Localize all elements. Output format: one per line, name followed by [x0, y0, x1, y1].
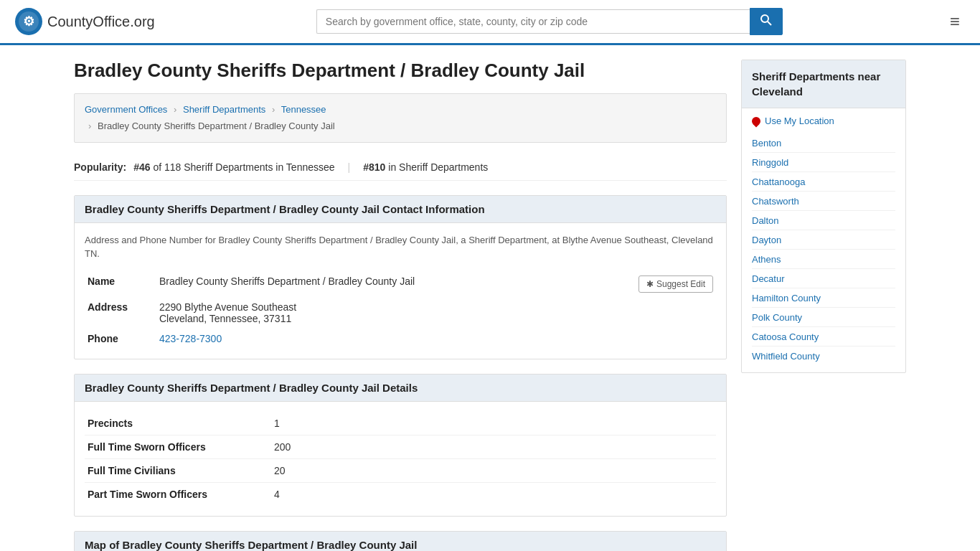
- map-section: Map of Bradley County Sheriffs Departmen…: [74, 531, 727, 551]
- nearby-link-dayton[interactable]: Dayton: [752, 235, 781, 245]
- name-row: Name Bradley County Sheriffs Department …: [85, 271, 716, 297]
- sidebar-heading: Sheriff Departments near Cleveland: [742, 60, 905, 108]
- nearby-link-hamilton-county[interactable]: Hamilton County: [752, 293, 821, 303]
- pop-rank-national: #810 in Sheriff Departments: [363, 161, 488, 173]
- breadcrumb-gov-offices[interactable]: Government Offices: [85, 104, 167, 115]
- name-label: Name: [85, 271, 156, 297]
- search-button[interactable]: [750, 8, 783, 35]
- breadcrumb-tennessee[interactable]: Tennessee: [281, 104, 326, 115]
- contact-table: Name Bradley County Sheriffs Department …: [85, 271, 716, 349]
- svg-text:⚙: ⚙: [23, 14, 34, 29]
- breadcrumb-sheriff-depts[interactable]: Sheriff Departments: [183, 104, 265, 115]
- phone-link[interactable]: 423-728-7300: [159, 333, 222, 344]
- contact-body: Address and Phone Number for Bradley Cou…: [75, 223, 726, 359]
- list-item: Dalton: [752, 211, 895, 230]
- nearby-link-whitfield-county[interactable]: Whitfield County: [752, 351, 820, 362]
- nearby-link-dalton[interactable]: Dalton: [752, 215, 779, 226]
- list-item: Hamilton County: [752, 288, 895, 308]
- address-label: Address: [85, 297, 156, 329]
- nearby-link-ringgold[interactable]: Ringgold: [752, 157, 788, 168]
- civilians-row: Full Time Civilians 20: [85, 458, 716, 482]
- pop-rank-local: #46 of 118 Sheriff Departments in Tennes…: [133, 161, 334, 173]
- suggest-edit-icon: ✱: [646, 279, 654, 289]
- nearby-link-polk-county[interactable]: Polk County: [752, 312, 802, 323]
- name-value-cell: Bradley County Sheriffs Department / Bra…: [156, 271, 716, 297]
- search-area: [316, 8, 783, 35]
- list-item: Athens: [752, 250, 895, 269]
- popularity-bar: Popularity: #46 of 118 Sheriff Departmen…: [74, 154, 727, 181]
- breadcrumb: Government Offices › Sheriff Departments…: [74, 93, 727, 143]
- nearby-link-athens[interactable]: Athens: [752, 254, 781, 265]
- logo-icon: ⚙: [14, 7, 43, 36]
- details-body: Precincts 1 Full Time Sworn Officers 200…: [75, 402, 726, 516]
- location-pin-icon: [750, 115, 763, 127]
- nearby-link-chatsworth[interactable]: Chatsworth: [752, 196, 799, 207]
- list-item: Decatur: [752, 269, 895, 288]
- search-icon: [760, 14, 772, 26]
- sidebar-box: Sheriff Departments near Cleveland Use M…: [741, 60, 906, 373]
- page-title: Bradley County Sheriffs Department / Bra…: [74, 60, 727, 82]
- main-container: Bradley County Sheriffs Department / Bra…: [60, 45, 920, 551]
- suggest-edit-button[interactable]: ✱ Suggest Edit: [639, 276, 713, 293]
- contact-desc: Address and Phone Number for Bradley Cou…: [85, 233, 716, 261]
- details-table: Precincts 1 Full Time Sworn Officers 200…: [85, 412, 716, 506]
- nearby-link-chattanooga[interactable]: Chattanooga: [752, 176, 805, 187]
- sworn-label: Full Time Sworn Officers: [85, 435, 271, 458]
- contact-section: Bradley County Sheriffs Department / Bra…: [74, 195, 727, 359]
- list-item: Benton: [752, 133, 895, 153]
- logo-text: CountyOffice.org: [47, 14, 155, 30]
- details-header: Bradley County Sheriffs Department / Bra…: [75, 375, 726, 402]
- phone-label: Phone: [85, 329, 156, 349]
- use-my-location[interactable]: Use My Location: [752, 116, 895, 126]
- list-item: Chatsworth: [752, 192, 895, 211]
- nearby-link-catoosa-county[interactable]: Catoosa County: [752, 331, 819, 342]
- details-section: Bradley County Sheriffs Department / Bra…: [74, 374, 727, 517]
- precincts-value: 1: [271, 412, 716, 435]
- list-item: Ringgold: [752, 153, 895, 172]
- part-time-row: Part Time Sworn Officers 4: [85, 482, 716, 506]
- civilians-value: 20: [271, 458, 716, 482]
- civilians-label: Full Time Civilians: [85, 458, 271, 482]
- name-value: Bradley County Sheriffs Department / Bra…: [159, 276, 639, 287]
- header-right: ≡: [944, 9, 966, 34]
- nearby-links-list: Benton Ringgold Chattanooga Chatsworth D…: [752, 133, 895, 365]
- sworn-value: 200: [271, 435, 716, 458]
- address-value: 2290 Blythe Avenue Southeast Cleveland, …: [156, 297, 716, 329]
- use-location-link[interactable]: Use My Location: [765, 116, 834, 126]
- address-row: Address 2290 Blythe Avenue Southeast Cle…: [85, 297, 716, 329]
- list-item: Whitfield County: [752, 347, 895, 365]
- menu-button[interactable]: ≡: [944, 9, 966, 34]
- breadcrumb-current: Bradley County Sheriffs Department / Bra…: [98, 121, 335, 131]
- suggest-edit-label: Suggest Edit: [656, 279, 705, 289]
- precincts-label: Precincts: [85, 412, 271, 435]
- phone-value: 423-728-7300: [156, 329, 716, 349]
- list-item: Polk County: [752, 308, 895, 327]
- site-header: ⚙ CountyOffice.org ≡: [0, 0, 980, 45]
- logo[interactable]: ⚙ CountyOffice.org: [14, 7, 155, 36]
- part-time-label: Part Time Sworn Officers: [85, 482, 271, 506]
- list-item: Catoosa County: [752, 327, 895, 347]
- sidebar-body: Use My Location Benton Ringgold Chattano…: [742, 108, 905, 372]
- contact-header: Bradley County Sheriffs Department / Bra…: [75, 196, 726, 223]
- sworn-row: Full Time Sworn Officers 200: [85, 435, 716, 458]
- sidebar: Sheriff Departments near Cleveland Use M…: [741, 60, 906, 551]
- part-time-value: 4: [271, 482, 716, 506]
- map-header: Map of Bradley County Sheriffs Departmen…: [75, 532, 726, 551]
- svg-line-4: [768, 22, 771, 25]
- precincts-row: Precincts 1: [85, 412, 716, 435]
- svg-point-3: [761, 15, 768, 22]
- search-input[interactable]: [316, 9, 750, 34]
- nearby-link-decatur[interactable]: Decatur: [752, 273, 785, 284]
- nearby-link-benton[interactable]: Benton: [752, 138, 781, 149]
- popularity-label: Popularity:: [74, 161, 126, 173]
- phone-row: Phone 423-728-7300: [85, 329, 716, 349]
- list-item: Dayton: [752, 230, 895, 250]
- content-area: Bradley County Sheriffs Department / Bra…: [74, 60, 727, 551]
- list-item: Chattanooga: [752, 172, 895, 192]
